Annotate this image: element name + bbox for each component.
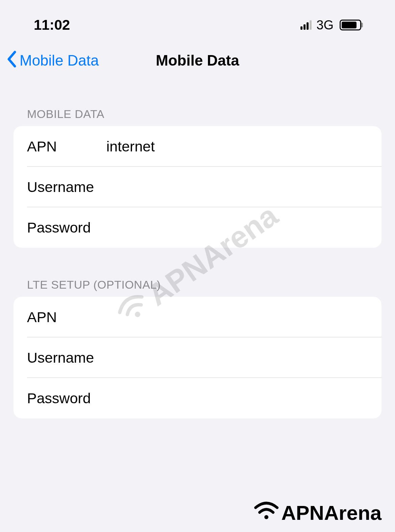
section-lte-setup: LTE SETUP (OPTIONAL) APN Username Passwo… [0,278,395,418]
status-time: 11:02 [34,17,70,33]
network-type: 3G [316,18,334,32]
footer-watermark: APNArena [253,500,381,525]
page-title: Mobile Data [156,52,239,69]
row-label: APN [27,309,106,325]
settings-group: APN Username Password [14,126,381,248]
lte-username-row[interactable]: Username [14,337,381,378]
status-bar: 11:02 3G [0,0,395,34]
row-label: Password [27,219,106,236]
chevron-left-icon [7,51,17,70]
signal-icon [300,20,312,30]
apn-input[interactable] [106,138,368,155]
username-row[interactable]: Username [14,167,381,207]
row-label: Username [27,349,106,366]
lte-password-row[interactable]: Password [14,378,381,418]
wifi-icon [253,500,280,525]
nav-bar: Mobile Data Mobile Data [0,34,395,77]
section-header: LTE SETUP (OPTIONAL) [0,278,395,291]
svg-point-1 [264,515,268,519]
back-button[interactable]: Mobile Data [7,51,99,70]
apn-row[interactable]: APN [14,126,381,167]
lte-apn-input[interactable] [106,309,368,325]
section-mobile-data: MOBILE DATA APN Username Password [0,107,395,248]
back-label: Mobile Data [20,52,99,69]
section-header: MOBILE DATA [0,107,395,121]
battery-icon [340,20,361,30]
row-label: Password [27,390,106,407]
username-input[interactable] [106,179,368,195]
settings-group: APN Username Password [14,297,381,418]
footer-text: APNArena [281,501,381,525]
password-input[interactable] [106,219,368,236]
lte-apn-row[interactable]: APN [14,297,381,337]
row-label: APN [27,138,106,155]
lte-password-input[interactable] [106,390,368,407]
password-row[interactable]: Password [14,207,381,248]
lte-username-input[interactable] [106,349,368,366]
row-label: Username [27,179,106,195]
status-indicators: 3G [300,18,361,32]
